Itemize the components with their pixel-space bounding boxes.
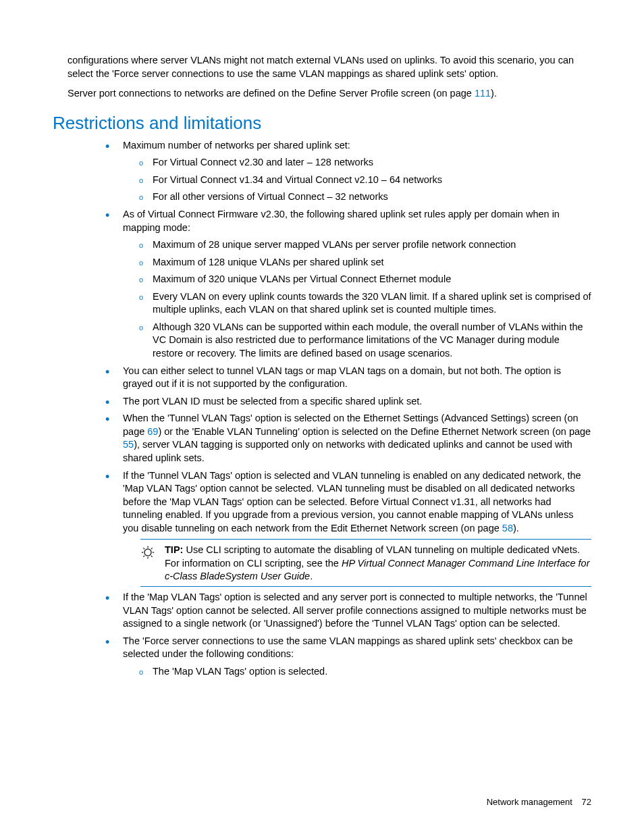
list-item: When the 'Tunnel VLAN Tags' option is se… — [105, 412, 591, 465]
section-heading: Restrictions and limitations — [53, 113, 591, 134]
tip-text: TIP: Use CLI scripting to automate the d… — [165, 544, 591, 583]
footer-section: Network management — [487, 797, 572, 807]
svg-line-6 — [151, 556, 153, 557]
bullet-list: Maximum number of networks per shared up… — [53, 139, 591, 679]
list-item: For Virtual Connect v2.30 and later – 12… — [139, 156, 591, 170]
text: ). — [491, 88, 497, 99]
list-item: For all other versions of Virtual Connec… — [139, 190, 591, 204]
text: ) or the 'Enable VLAN Tunneling' option … — [158, 426, 591, 437]
list-item: Although 320 VLANs can be supported with… — [139, 321, 591, 361]
page-link[interactable]: 55 — [123, 439, 134, 450]
list-item: The 'Map VLAN Tags' option is selected. — [139, 665, 591, 679]
list-item: Every VLAN on every uplink counts toward… — [139, 290, 591, 317]
list-item: Maximum of 28 unique server mapped VLANs… — [139, 238, 591, 252]
text: Maximum number of networks per shared up… — [123, 140, 350, 151]
page-link[interactable]: 58 — [502, 523, 513, 533]
tip-rule — [140, 586, 591, 587]
list-item: Maximum of 128 unique VLANs per shared u… — [139, 256, 591, 269]
tip-block: TIP: Use CLI scripting to automate the d… — [140, 539, 591, 587]
page-link[interactable]: 69 — [147, 426, 158, 437]
text: . — [310, 571, 313, 581]
page-footer: Network management 72 — [487, 797, 591, 807]
tip-label: TIP: — [165, 544, 183, 555]
body-paragraph: Server port connections to networks are … — [53, 87, 591, 101]
tip-rule — [140, 539, 591, 540]
sub-list: For Virtual Connect v2.30 and later – 12… — [123, 156, 591, 204]
tip-icon — [140, 545, 155, 564]
list-item: The port VLAN ID must be selected from a… — [105, 395, 591, 409]
text: As of Virtual Connect Firmware v2.30, th… — [123, 209, 560, 233]
body-paragraph: configurations where server VLANs might … — [53, 54, 591, 80]
svg-line-8 — [151, 548, 153, 550]
list-item: You can either select to tunnel VLAN tag… — [105, 365, 591, 391]
document-page: configurations where server VLANs might … — [0, 0, 644, 834]
list-item: If the 'Tunnel VLAN Tags' option is sele… — [105, 469, 591, 588]
sub-list: The 'Map VLAN Tags' option is selected. — [123, 665, 591, 679]
list-item: Maximum of 320 unique VLANs per Virtual … — [139, 273, 591, 286]
list-item: As of Virtual Connect Firmware v2.30, th… — [105, 208, 591, 361]
list-item: For Virtual Connect v1.34 and Virtual Co… — [139, 174, 591, 187]
svg-line-5 — [143, 548, 144, 550]
list-item: Maximum number of networks per shared up… — [105, 139, 591, 204]
text: ). — [513, 523, 519, 533]
sub-list: Maximum of 28 unique server mapped VLANs… — [123, 238, 591, 361]
list-item: If the 'Map VLAN Tags' option is selecte… — [105, 591, 591, 631]
text: ), server VLAN tagging is supported only… — [123, 439, 572, 463]
svg-point-0 — [144, 549, 151, 556]
text: Server port connections to networks are … — [68, 88, 475, 99]
list-item: The 'Force server connections to use the… — [105, 635, 591, 679]
page-number: 72 — [575, 797, 591, 807]
page-link[interactable]: 111 — [475, 88, 491, 99]
svg-line-7 — [143, 556, 144, 557]
text: The 'Force server connections to use the… — [123, 635, 572, 660]
